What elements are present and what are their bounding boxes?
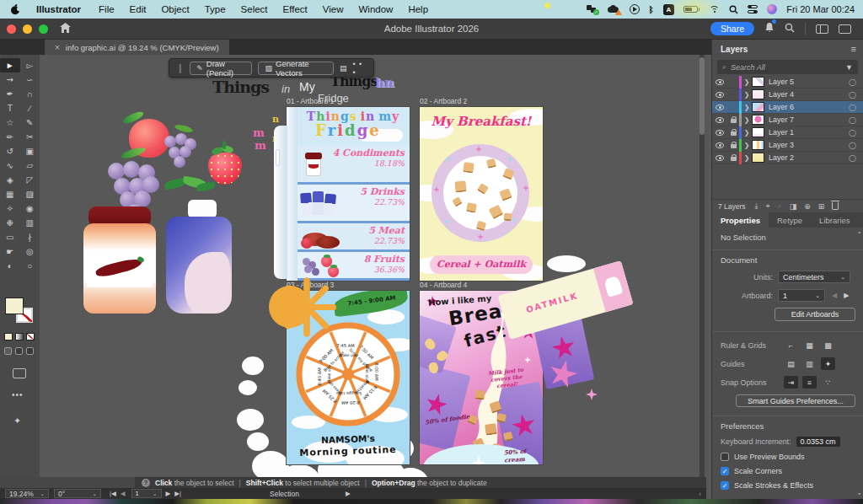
- transform-tool[interactable]: ▣: [20, 144, 40, 158]
- selection-tool[interactable]: ►: [0, 58, 20, 72]
- next-artboard-icon[interactable]: ▶: [844, 292, 849, 299]
- color-swatch-button[interactable]: [4, 333, 13, 340]
- curvature-tool[interactable]: ∩: [20, 87, 40, 101]
- status-expand-icon[interactable]: ▶: [346, 490, 351, 497]
- blend-tool[interactable]: ◉: [20, 201, 40, 216]
- lock-icon[interactable]: [727, 129, 739, 136]
- panel-menu-icon[interactable]: ≡: [851, 44, 856, 54]
- mesh-tool[interactable]: ▦: [0, 187, 20, 201]
- expand-chevron-icon[interactable]: ❯: [742, 129, 752, 137]
- layer-row[interactable]: ❯ Layer 5 ◯: [712, 76, 863, 88]
- search-icon[interactable]: [785, 21, 795, 36]
- direct-selection-tool[interactable]: ▻: [20, 58, 40, 72]
- draw-behind-button[interactable]: [15, 347, 23, 355]
- transparency-grid-icon[interactable]: ▩: [821, 339, 835, 351]
- cloud-illustration[interactable]: [239, 380, 257, 395]
- control-center-icon[interactable]: [748, 3, 758, 15]
- menu-window[interactable]: Window: [351, 4, 400, 14]
- menu-edit[interactable]: Edit: [122, 4, 154, 14]
- layer-thumbnail[interactable]: [752, 77, 764, 87]
- width-tool[interactable]: ∿: [0, 158, 20, 173]
- layer-thumbnail[interactable]: [752, 115, 764, 125]
- layer-thumbnail[interactable]: [752, 127, 764, 137]
- checkbox-scale-corners[interactable]: ✓Scale Corners: [721, 467, 855, 475]
- canvas[interactable]: ❙ ✎ Draw (Pencil) ▧ Generate Vectors ▤ •…: [40, 55, 706, 477]
- leaves-illustration[interactable]: [164, 174, 215, 195]
- paintbrush-tool[interactable]: ✎: [20, 115, 40, 130]
- rotate-tool[interactable]: ↺: [0, 144, 20, 158]
- fill-stroke-swatches[interactable]: [5, 298, 35, 326]
- layer-row[interactable]: ❯ Layer 4 ◯: [712, 88, 863, 101]
- magic-wand-tool[interactable]: ⇝: [0, 72, 20, 87]
- notifications-bell-icon[interactable]: [764, 21, 775, 36]
- collect-export-icon[interactable]: ⤓: [755, 201, 758, 211]
- tab-libraries[interactable]: Libraries: [811, 212, 858, 228]
- draw-pencil-button[interactable]: ✎ Draw (Pencil): [190, 62, 252, 75]
- gradient-swatch-button[interactable]: [15, 333, 24, 340]
- layer-thumbnail[interactable]: [752, 89, 764, 99]
- apple-menu-icon[interactable]: [0, 3, 29, 15]
- smart-guides-preferences-button[interactable]: Smart Guides Preferences...: [736, 394, 855, 407]
- scissors-tool[interactable]: ✂: [20, 130, 40, 144]
- expand-chevron-icon[interactable]: ❯: [742, 104, 752, 111]
- line-tool[interactable]: ∕: [20, 101, 40, 115]
- artboard-4-label[interactable]: 04 - Artboard 4: [420, 281, 467, 289]
- stray-text-hn[interactable]: hn: [375, 75, 394, 90]
- menu-view[interactable]: View: [315, 4, 351, 14]
- visibility-eye-icon[interactable]: [712, 130, 727, 136]
- layer-thumbnail[interactable]: [752, 102, 764, 112]
- artboard-2[interactable]: My Breakfast! Cereal + Oatmilk: [420, 107, 543, 281]
- layer-target-icon[interactable]: ◯: [849, 129, 856, 137]
- artboard-tool[interactable]: ▭: [0, 230, 20, 244]
- layer-target-icon[interactable]: ◯: [849, 116, 856, 124]
- layer-row[interactable]: ❯ Layer 7 ◯: [712, 114, 863, 126]
- zoom-level-select[interactable]: 19.24%⌄: [5, 489, 49, 498]
- layer-thumbnail[interactable]: [752, 153, 764, 163]
- layer-row[interactable]: ❯ Layer 2 ◯: [712, 152, 863, 164]
- share-button[interactable]: Share: [710, 22, 754, 35]
- last-artboard-icon[interactable]: ▶|: [174, 490, 181, 497]
- cloud-illustration[interactable]: [242, 357, 264, 375]
- locate-object-icon[interactable]: ⌖: [766, 201, 770, 211]
- close-tab-icon[interactable]: ×: [55, 43, 60, 52]
- help-icon[interactable]: ?: [142, 479, 150, 487]
- fridge-door-piece[interactable]: [274, 126, 287, 279]
- generate-vectors-button[interactable]: ▧ Generate Vectors: [258, 62, 333, 75]
- toolbar-extra-icon[interactable]: ▤: [340, 64, 347, 72]
- sun-illustration[interactable]: [257, 276, 319, 338]
- expand-chevron-icon[interactable]: ❯: [742, 154, 752, 162]
- pencil-tool[interactable]: ✏: [0, 130, 20, 144]
- layer-name[interactable]: Layer 1: [769, 128, 794, 137]
- rotation-select[interactable]: 0°⌄: [54, 489, 101, 498]
- hand-tool[interactable]: ☛: [0, 244, 20, 259]
- next-artboard-nav-icon[interactable]: ▶: [166, 490, 171, 497]
- lock-icon[interactable]: [727, 142, 739, 148]
- panel-scroll-up-icon[interactable]: ⌃: [856, 231, 862, 239]
- menu-object[interactable]: Object: [153, 4, 196, 14]
- menu-illustrator[interactable]: Illustrator: [29, 4, 91, 14]
- gradient-tool[interactable]: ▨: [20, 187, 40, 201]
- jar-illustration[interactable]: [83, 206, 156, 314]
- visibility-eye-icon[interactable]: [712, 142, 727, 148]
- spotlight-icon[interactable]: [729, 3, 738, 15]
- layer-target-icon[interactable]: ◯: [849, 154, 856, 162]
- stray-text-my[interactable]: My: [299, 80, 315, 94]
- document-tab[interactable]: × info graphic.ai @ 19.24 % (CMYK/Previe…: [45, 40, 229, 55]
- layer-target-icon[interactable]: ◯: [849, 91, 856, 99]
- shape-tool[interactable]: ☆: [0, 115, 20, 130]
- bluetooth-icon[interactable]: ᛒ: [649, 3, 654, 15]
- cloud-illustration[interactable]: [237, 409, 264, 431]
- visibility-eye-icon[interactable]: [712, 117, 727, 123]
- arrange-documents-icon[interactable]: [816, 24, 828, 34]
- free-transform-tool[interactable]: ▱: [20, 158, 40, 173]
- edit-artboards-button[interactable]: Edit Artboards: [775, 308, 855, 321]
- stray-letter[interactable]: m: [255, 139, 266, 152]
- prev-artboard-icon[interactable]: ◀: [832, 292, 837, 299]
- layer-name[interactable]: Layer 6: [769, 103, 794, 111]
- layer-target-icon[interactable]: ◯: [849, 142, 856, 149]
- layer-thumbnail[interactable]: [752, 140, 764, 150]
- canvas-vertical-scrollbar[interactable]: [700, 55, 705, 477]
- shape-builder-tool[interactable]: ◈: [0, 173, 20, 187]
- menu-effect[interactable]: Effect: [276, 4, 315, 14]
- fill-swatch[interactable]: [5, 298, 24, 314]
